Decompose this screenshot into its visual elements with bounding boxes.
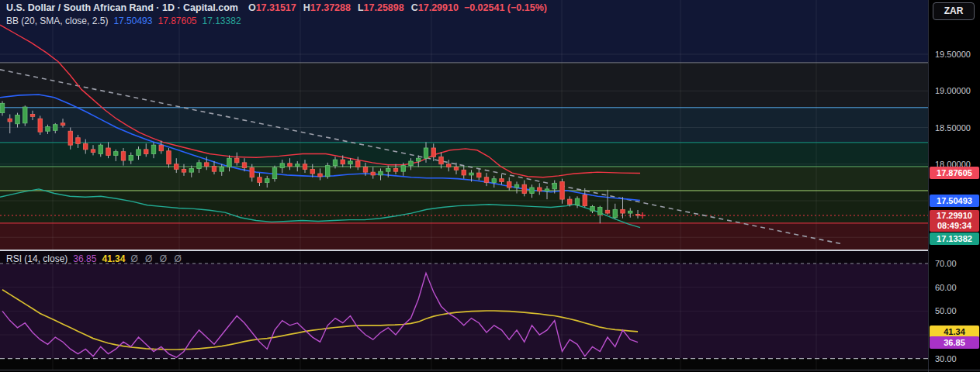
candle-up[interactable] [280,164,285,168]
candle-down[interactable] [635,214,640,215]
candle-down[interactable] [205,163,210,167]
candle-down[interactable] [341,160,345,164]
candle-down[interactable] [235,158,240,163]
candle-up[interactable] [590,207,595,212]
candle-up[interactable] [54,125,58,131]
candle-up[interactable] [598,208,603,215]
candle-up[interactable] [492,179,497,183]
candle-up[interactable] [46,127,50,132]
candle-down[interactable] [121,152,126,160]
candle-down[interactable] [462,170,466,175]
candle-up[interactable] [409,161,414,166]
candle-up[interactable] [151,145,156,153]
candle-down[interactable] [393,168,398,171]
candle-up[interactable] [379,171,383,175]
candle-down[interactable] [242,163,247,168]
candle-up[interactable] [197,163,202,169]
candle-up[interactable] [137,150,141,156]
candle-down[interactable] [371,172,376,175]
candle-up[interactable] [272,167,277,178]
candle-up[interactable] [552,183,557,189]
rsi-value: 36.85 [73,253,96,264]
candle-down[interactable] [159,145,164,151]
candle-up[interactable] [114,152,119,156]
symbol-header: U.S. Dollar / South African Rand · 1D · … [6,2,547,13]
candle-down[interactable] [84,143,88,150]
candle-down[interactable] [507,181,512,188]
candle-down[interactable] [484,177,489,183]
candle-down[interactable] [560,181,565,199]
candle-down[interactable] [258,177,262,183]
candle-up[interactable] [0,103,5,112]
candle-down[interactable] [8,119,12,122]
candle-up[interactable] [129,155,133,160]
pane-separator[interactable] [0,250,928,251]
candle-up[interactable] [220,167,224,172]
bb-basis-value: 17.50493 [113,16,152,26]
candle-up[interactable] [575,198,580,205]
candle-up[interactable] [348,161,353,164]
candle-down[interactable] [303,164,307,170]
candle-up[interactable] [514,184,519,188]
candle-down[interactable] [61,123,65,126]
symbol-title[interactable]: U.S. Dollar / South African Rand · 1D · … [6,2,238,13]
candle-down[interactable] [318,174,323,177]
candle-up[interactable] [469,173,474,175]
candle-down[interactable] [91,150,95,153]
candle-up[interactable] [99,145,103,153]
candle-down[interactable] [500,179,504,182]
candle-down[interactable] [310,169,315,174]
candle-up[interactable] [296,164,300,167]
candle-up[interactable] [326,166,331,177]
candle-up[interactable] [424,148,428,158]
candle-down[interactable] [175,164,179,170]
price-chart-canvas[interactable] [0,0,928,372]
candle-up[interactable] [16,115,20,123]
candle-up[interactable] [386,168,391,171]
candle-down[interactable] [363,167,368,173]
candle-down[interactable] [538,188,542,191]
candle-down[interactable] [167,151,171,164]
candle-down[interactable] [182,169,186,172]
candle-up[interactable] [545,189,549,191]
candle-down[interactable] [288,164,293,167]
candle-up[interactable] [265,179,270,183]
candle-up[interactable] [227,158,232,167]
candle-up[interactable] [333,160,338,166]
candle-up[interactable] [613,209,618,217]
candle-down[interactable] [68,131,73,145]
rsi-legend[interactable]: RSI (14, close) 36.85 41.34 Ø Ø Ø Ø [6,253,184,264]
price-axis[interactable]: ZAR 19.5000019.0000018.5000018.0000070.0… [928,0,980,372]
candle-down[interactable] [76,138,81,144]
candle-up[interactable] [629,211,633,213]
candle-down[interactable] [605,210,610,213]
candle-down[interactable] [356,161,361,167]
candle-down[interactable] [439,157,444,164]
candle-down[interactable] [454,167,459,170]
candle-up[interactable] [401,166,406,172]
candle-down[interactable] [583,195,587,205]
currency-button[interactable]: ZAR [933,2,975,20]
candle-down[interactable] [621,209,625,213]
candle-down[interactable] [38,119,43,132]
candle-up[interactable] [417,158,421,161]
bb-legend[interactable]: BB (20, SMA, close, 2.5) 17.50493 17.876… [6,16,241,26]
candle-up[interactable] [189,168,194,172]
candle-down[interactable] [144,150,149,154]
candle-down[interactable] [522,184,527,193]
bb-label: BB (20, SMA, close, 2.5) [6,16,108,26]
rsi-ma-value: 41.34 [102,253,125,264]
candle-down[interactable] [568,199,573,205]
candle-down[interactable] [250,167,255,177]
candle-down[interactable] [477,173,482,177]
price-zone [0,191,928,223]
candle-down[interactable] [106,148,111,155]
band-price-badge: 17.87605 [930,167,979,179]
candle-up[interactable] [530,188,535,194]
candle-down[interactable] [447,164,452,167]
rsi-tick-label: 60.00 [929,283,980,292]
candle-up[interactable] [23,107,28,123]
candle-down[interactable] [212,167,216,172]
candle-down[interactable] [30,114,35,116]
candle-down[interactable] [431,148,436,157]
